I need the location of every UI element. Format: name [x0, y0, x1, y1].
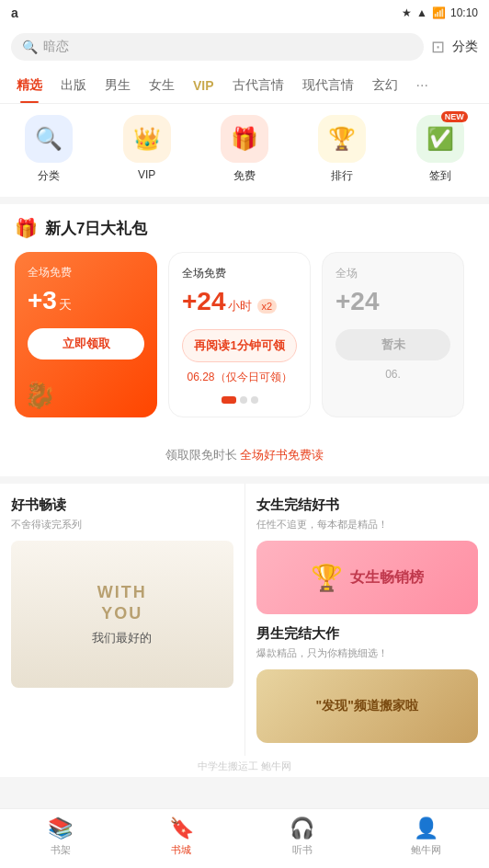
- classify-button[interactable]: 分类: [452, 39, 478, 55]
- free-read-link[interactable]: 全场好书免费读: [240, 448, 324, 462]
- free-read-text: 领取限免时长: [165, 448, 237, 462]
- dot-inactive: [240, 396, 247, 404]
- tab-selected[interactable]: 精选: [7, 68, 51, 103]
- card2-btn[interactable]: 再阅读1分钟可领: [182, 329, 297, 362]
- gift-card-2: 全场免费 +24 小时 x2 再阅读1分钟可领 06.28（仅今日可领）: [168, 252, 311, 417]
- boy-banner[interactable]: "发现"频道搬家啦: [256, 669, 479, 743]
- mine-label: 鲍牛网: [411, 843, 441, 857]
- card3-value: +24: [335, 289, 380, 314]
- quick-icon-classify[interactable]: 🔍 分类: [25, 115, 73, 184]
- book-title-en: WITHYOU: [97, 582, 147, 625]
- book-cover[interactable]: WITHYOU 我们最好的: [11, 541, 233, 688]
- card3-btn: 暂未: [335, 329, 450, 360]
- book-left-subtitle: 不舍得读完系列: [11, 518, 233, 531]
- time-display: 10:10: [450, 6, 478, 19]
- card1-unit: 天: [59, 297, 72, 314]
- tab-vip[interactable]: VIP: [184, 69, 223, 102]
- free-read-banner: 领取限免时长 全场好书免费读: [0, 434, 489, 476]
- book-section-right: 女生完结好书 任性不追更，每本都是精品！ 🏆 女生畅销榜 男生完结大作 爆款精品…: [245, 484, 490, 756]
- search-icon: 🔍: [22, 40, 38, 54]
- bookstore-icon: 🔖: [169, 817, 194, 840]
- mine-icon: 👤: [414, 817, 438, 840]
- tab-modern[interactable]: 现代言情: [293, 68, 363, 103]
- checkin-icon: ✅: [426, 126, 454, 152]
- book-section-left: 好书畅读 不舍得读完系列 WITHYOU 我们最好的: [0, 484, 245, 756]
- tab-ancient[interactable]: 古代言情: [223, 68, 293, 103]
- boy-section-wrap: 男生完结大作 爆款精品，只为你精挑细选！ "发现"频道搬家啦: [256, 625, 479, 743]
- quick-icon-ranking[interactable]: 🏆 排行: [318, 115, 366, 184]
- gift-cards: 🐉 全场免费 +3 天 立即领取 全场免费 +24 小时 x2 再阅读1分钟可领…: [15, 252, 474, 421]
- books-row: 好书畅读 不舍得读完系列 WITHYOU 我们最好的 女生完结好书 任性不追更，…: [0, 484, 489, 756]
- gift-title: 🎁 新人7日大礼包: [15, 217, 474, 239]
- shelf-label: 书架: [51, 843, 71, 857]
- checkin-icon-bg: ✅ NEW: [416, 115, 464, 163]
- bottom-nav: 📚 书架 🔖 书城 🎧 听书 👤 鲍牛网: [0, 808, 489, 868]
- search-bar: 🔍 暗恋 ⊡ 分类: [0, 26, 489, 68]
- card1-value-row: +3 天: [28, 288, 144, 317]
- card2-date: 06.28（仅今日可领）: [182, 370, 297, 385]
- wifi-icon: ▲: [416, 6, 427, 19]
- spacer: [0, 476, 489, 484]
- card2-value-row: +24 小时 x2: [182, 289, 297, 318]
- tab-more[interactable]: ···: [407, 68, 438, 103]
- gift-title-text: 新人7日大礼包: [45, 218, 147, 239]
- nav-tabs: 精选 出版 男生 女生 VIP 古代言情 现代言情 玄幻 ···: [0, 68, 489, 104]
- app-icon: a: [11, 6, 18, 20]
- quick-icon-free[interactable]: 🎁 免费: [221, 115, 268, 184]
- tab-female[interactable]: 女生: [140, 68, 184, 103]
- card2-multiplier: x2: [257, 299, 278, 314]
- discover-toast-text: "发现"频道搬家啦: [316, 698, 418, 714]
- book-left-title: 好书畅读: [11, 497, 233, 514]
- dot-active: [222, 396, 236, 404]
- free-label: 免费: [233, 168, 256, 184]
- quick-icons: 🔍 分类 👑 VIP 🎁 免费 🏆 排行 ✅ NEW: [0, 104, 489, 197]
- ranking-icon: 🏆: [328, 126, 356, 152]
- nav-mine[interactable]: 👤 鲍牛网: [411, 817, 441, 857]
- status-bar: a ★ ▲ 📶 10:10: [0, 0, 489, 26]
- gift-emoji: 🎁: [15, 217, 38, 239]
- search-placeholder: 暗恋: [43, 39, 69, 55]
- card2-unit: 小时: [228, 298, 252, 314]
- trophy-icon: 🏆: [311, 563, 343, 593]
- star-icon: ★: [402, 6, 412, 19]
- card3-value-row: +24: [335, 289, 450, 318]
- boy-title: 男生完结大作: [256, 625, 479, 643]
- status-right: ★ ▲ 📶 10:10: [402, 6, 478, 19]
- tab-fantasy[interactable]: 玄幻: [363, 68, 407, 103]
- nav-bookstore[interactable]: 🔖 书城: [169, 817, 194, 857]
- card2-top-label: 全场免费: [182, 266, 297, 281]
- book-title-cn: 我们最好的: [92, 630, 152, 646]
- girl-title: 女生完结好书: [256, 497, 479, 514]
- card1-value: +3: [28, 288, 57, 314]
- free-icon-bg: 🎁: [221, 115, 268, 163]
- shelf-icon: 📚: [48, 817, 73, 840]
- free-icon: 🎁: [231, 126, 258, 152]
- new-badge: NEW: [441, 111, 468, 122]
- quick-icon-vip[interactable]: 👑 VIP: [123, 115, 171, 184]
- card2-value: +24: [182, 289, 226, 314]
- ranking-label: 排行: [331, 168, 353, 184]
- checkin-label: 签到: [429, 168, 451, 184]
- girl-chart-label: 女生畅销榜: [350, 568, 424, 588]
- tab-male[interactable]: 男生: [96, 68, 140, 103]
- classify-icon-bg: 🔍: [25, 115, 73, 163]
- girl-subtitle: 任性不追更，每本都是精品！: [256, 518, 479, 531]
- signal-icon: 📶: [432, 6, 446, 19]
- girl-chart-card[interactable]: 🏆 女生畅销榜: [256, 541, 479, 614]
- girl-chart-section: 🏆 女生畅销榜: [256, 541, 479, 614]
- card2-dots: [182, 393, 297, 404]
- classify-icon: 🔍: [35, 126, 63, 152]
- vip-icon-bg: 👑: [123, 115, 171, 163]
- search-input-wrap[interactable]: 🔍 暗恋: [11, 33, 424, 61]
- classify-label: 分类: [38, 168, 60, 184]
- bookstore-label: 书城: [171, 843, 191, 857]
- card1-btn[interactable]: 立即领取: [28, 328, 144, 360]
- vip-label: VIP: [138, 168, 155, 181]
- tab-publish[interactable]: 出版: [51, 68, 96, 103]
- nav-listen[interactable]: 🎧 听书: [290, 817, 314, 857]
- dot-inactive2: [251, 396, 258, 404]
- quick-icon-checkin[interactable]: ✅ NEW 签到: [416, 115, 464, 184]
- nav-shelf[interactable]: 📚 书架: [48, 817, 73, 857]
- listen-label: 听书: [292, 843, 313, 857]
- card-deco-1: 🐉: [24, 380, 56, 410]
